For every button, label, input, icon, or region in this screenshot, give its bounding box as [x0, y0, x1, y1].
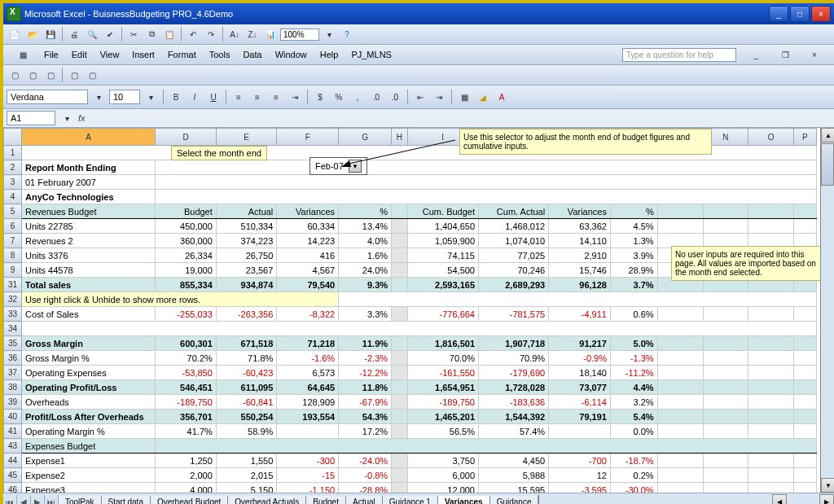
namebox-dropdown-icon[interactable]: ▾ — [59, 110, 75, 126]
cell[interactable] — [657, 424, 703, 439]
cell[interactable]: 4,450 — [479, 454, 549, 468]
currency-button[interactable]: $ — [312, 89, 328, 105]
row-header[interactable]: 6 — [4, 219, 22, 234]
cell[interactable]: Cost of Sales — [21, 307, 155, 322]
italic-button[interactable]: I — [187, 89, 203, 105]
merge-button[interactable]: ⇥ — [287, 89, 303, 105]
row-header[interactable]: 7 — [4, 234, 22, 248]
cell[interactable]: -6,114 — [549, 395, 611, 410]
cell[interactable] — [657, 454, 703, 468]
cell[interactable] — [392, 454, 407, 468]
cell[interactable]: 01 February 2007 — [21, 175, 155, 190]
cell[interactable] — [793, 336, 816, 351]
cell[interactable]: -1,150 — [277, 483, 339, 493]
tab-nav-next-icon[interactable]: ▶ — [31, 495, 45, 504]
cell[interactable]: 58.9% — [216, 424, 277, 439]
cell[interactable] — [657, 351, 703, 366]
cell[interactable] — [793, 468, 816, 483]
cell[interactable]: -11.2% — [610, 366, 657, 380]
row-header[interactable]: 36 — [4, 351, 22, 366]
cell[interactable]: -183,636 — [479, 395, 549, 410]
cell[interactable]: 14,110 — [549, 234, 611, 248]
cell[interactable]: 6,000 — [407, 468, 479, 483]
sheet-tab[interactable]: Overhead Actuals — [228, 496, 306, 505]
cell[interactable]: 4.0% — [339, 234, 392, 248]
cell[interactable]: -3,595 — [549, 483, 611, 493]
cell[interactable]: 4.5% — [610, 219, 657, 234]
redo-icon[interactable]: ↷ — [203, 26, 219, 42]
doc-restore-button[interactable]: ❐ — [770, 45, 800, 64]
cell[interactable]: 3.3% — [339, 307, 392, 322]
cell[interactable] — [748, 483, 794, 493]
cell[interactable]: 5.4% — [610, 410, 657, 424]
cell[interactable] — [793, 454, 816, 468]
cell[interactable]: 54.3% — [339, 410, 392, 424]
row-header[interactable]: 33 — [4, 307, 22, 322]
row-header[interactable]: 5 — [4, 204, 22, 219]
row-header[interactable]: 8 — [4, 248, 22, 263]
cell[interactable] — [793, 395, 816, 410]
cell[interactable] — [793, 307, 816, 322]
cell[interactable]: 56.5% — [407, 424, 479, 439]
cell[interactable]: 28.9% — [610, 263, 657, 278]
cell[interactable]: 26,750 — [216, 248, 277, 263]
cell[interactable]: Variances — [277, 204, 339, 219]
cell[interactable]: 60,334 — [277, 219, 339, 234]
cell[interactable]: % — [610, 204, 657, 219]
cell[interactable] — [657, 204, 703, 219]
fill-color-button[interactable]: ◢ — [475, 89, 491, 105]
row-header[interactable]: 31 — [4, 278, 22, 292]
indent-inc-button[interactable]: ⇥ — [431, 89, 447, 105]
cell[interactable]: 2,000 — [156, 468, 217, 483]
cell[interactable] — [793, 366, 816, 380]
row-header[interactable]: 37 — [4, 366, 22, 380]
paste-icon[interactable]: 📋 — [161, 26, 178, 42]
cell[interactable]: 70.2% — [156, 351, 217, 366]
scroll-up-icon[interactable]: ▲ — [821, 128, 834, 142]
cell[interactable]: -30.0% — [610, 483, 657, 493]
menu-edit[interactable]: Edit — [65, 48, 94, 61]
spell-icon[interactable]: ✔ — [102, 26, 118, 42]
cell[interactable]: 360,000 — [156, 234, 217, 248]
sheet-tab[interactable]: Start data — [102, 496, 151, 505]
cut-icon[interactable]: ✂ — [125, 26, 142, 42]
cell[interactable]: 73,077 — [549, 380, 611, 395]
cell[interactable] — [156, 175, 817, 190]
cell[interactable]: 0.2% — [610, 468, 657, 483]
font-color-button[interactable]: A — [494, 89, 510, 105]
cell[interactable]: 79,191 — [549, 410, 611, 424]
cell[interactable]: 3,750 — [407, 454, 479, 468]
cell[interactable]: 2,910 — [549, 248, 611, 263]
tool-icon[interactable]: ▢ — [42, 67, 59, 83]
cell[interactable]: 1,550 — [216, 454, 277, 468]
cell[interactable]: -2.3% — [339, 351, 392, 366]
font-size-box[interactable]: 10 — [109, 90, 140, 104]
cell[interactable]: 71,218 — [277, 336, 339, 351]
cell[interactable]: 74,115 — [407, 248, 479, 263]
cell[interactable]: 1,404,650 — [407, 219, 479, 234]
cell[interactable]: -263,356 — [216, 307, 277, 322]
cell[interactable]: 356,701 — [156, 410, 217, 424]
cell[interactable]: 1,654,951 — [407, 380, 479, 395]
cell[interactable] — [156, 190, 817, 204]
cell[interactable] — [703, 219, 748, 234]
size-dropdown-icon[interactable]: ▾ — [143, 89, 159, 105]
cell[interactable]: Expense1 — [21, 454, 155, 468]
menu-file[interactable]: File — [37, 48, 65, 61]
fx-button[interactable]: fx — [78, 113, 86, 123]
cell[interactable]: 18,140 — [549, 366, 611, 380]
row-header[interactable]: 40 — [4, 410, 22, 424]
cell[interactable]: Expenses Budget — [21, 439, 155, 454]
sheet-tab[interactable]: Budget — [306, 496, 346, 505]
bold-button[interactable]: B — [168, 89, 184, 105]
cell[interactable]: Cum. Actual — [479, 204, 549, 219]
cell[interactable]: 70.0% — [407, 351, 479, 366]
spreadsheet-grid[interactable]: ADEFGHIJKLMNOP 12Report Month Ending301 … — [3, 128, 817, 493]
cell[interactable]: Overheads — [21, 395, 155, 410]
excel-menu-icon[interactable]: ▦ — [8, 45, 37, 64]
cell[interactable]: Use right click & Unhide to show more ro… — [21, 292, 338, 307]
cell[interactable] — [657, 307, 703, 322]
cell[interactable] — [657, 366, 703, 380]
cell[interactable]: 12,000 — [407, 483, 479, 493]
cell[interactable]: 3.9% — [610, 248, 657, 263]
